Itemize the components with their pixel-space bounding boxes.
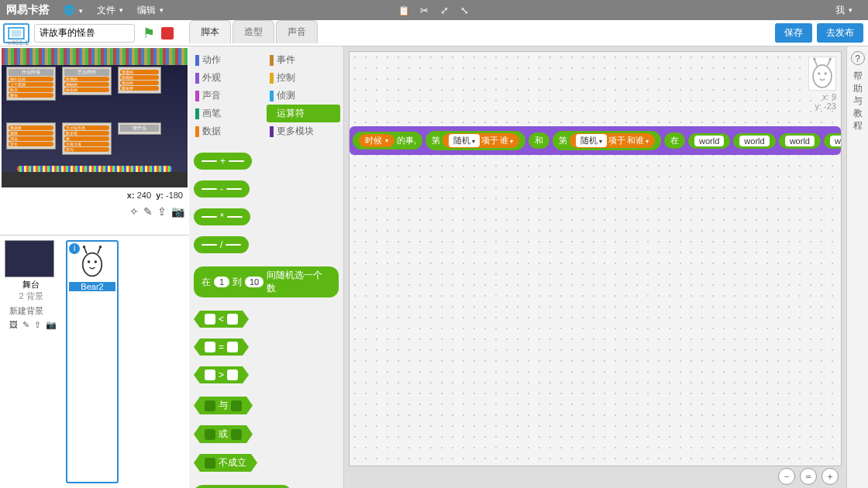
block-not[interactable]: 不成立	[194, 454, 257, 472]
block-add[interactable]: +	[194, 153, 252, 170]
cat-operators[interactable]: 运算符	[267, 105, 341, 122]
cat-sound[interactable]: 声音	[192, 87, 267, 105]
new-backdrop-section: 新建背景 🖼 ✎ ⇪ 📷	[5, 302, 61, 333]
svg-rect-1	[12, 29, 21, 36]
svg-point-15	[829, 58, 832, 60]
assembled-script[interactable]: 时候 的事, 第 随机项于谁 和 第 随机项于和谁 在 world world	[350, 126, 841, 155]
backdrop-camera-icon[interactable]: 📷	[46, 320, 57, 330]
toolbar-row: v461.1 ⚑ 保存 去发布	[0, 20, 868, 46]
stamp-icon[interactable]: 📋	[398, 4, 410, 16]
sprite-info-icon[interactable]: i	[69, 243, 80, 254]
globe-icon: 🌐	[64, 5, 75, 15]
block-join[interactable]: 连接helloworld	[194, 485, 291, 488]
block-eq[interactable]: =	[194, 339, 249, 356]
stage-thumbnail[interactable]: 舞台 2 背景	[5, 240, 57, 302]
shrink-icon[interactable]: ⤡	[458, 4, 470, 16]
cat-more[interactable]: 更多模块	[267, 122, 341, 140]
backdrop-paint-icon[interactable]: ✎	[22, 320, 29, 330]
version-label: v461.1	[8, 39, 29, 46]
block-or[interactable]: 或	[194, 425, 253, 443]
cat-pen[interactable]: 画笔	[192, 105, 267, 122]
backdrop-library-icon[interactable]: 🖼	[9, 320, 18, 330]
grow-icon[interactable]: ⤢	[438, 4, 450, 16]
left-panel: 什么时候很久以前上个星期昨天爱你 怎么样的饥饿的勇敢的快乐的 害羞的吵闹的友好的…	[0, 46, 189, 488]
script-canvas[interactable]: x: 9 y: -23 时候 的事, 第 随机项于谁 和 第 随	[349, 51, 842, 466]
block-sub[interactable]: -	[194, 180, 250, 198]
edit-menu[interactable]: 编辑	[133, 2, 168, 19]
new-sprite-upload-icon[interactable]: ⇪	[157, 205, 167, 218]
save-button[interactable]: 保存	[775, 23, 812, 43]
cat-data[interactable]: 数据	[192, 122, 267, 140]
tab-scripts[interactable]: 脚本	[189, 20, 231, 43]
svg-point-10	[818, 72, 820, 74]
top-menu-bar: 网易卡搭 🌐 文件 编辑 📋 ✂ ⤢ ⤡ 我	[0, 0, 868, 20]
block-div[interactable]: /	[194, 236, 249, 253]
cat-motion[interactable]: 动作	[192, 51, 267, 69]
stage-coords: x: 240 y: -180	[0, 189, 189, 201]
help-label: 帮助与教程	[847, 70, 868, 132]
project-name-input[interactable]	[34, 24, 135, 43]
script-canvas-area: x: 9 y: -23 时候 的事, 第 随机项于谁 和 第 随	[344, 46, 846, 488]
new-sprite-paint-icon[interactable]: ✎	[143, 205, 153, 218]
svg-point-14	[813, 58, 815, 60]
cut-icon[interactable]: ✂	[418, 4, 430, 16]
block-random[interactable]: 在1到10间随机选一个数	[194, 266, 339, 297]
globe-menu[interactable]: 🌐	[59, 3, 88, 17]
block-lt[interactable]: <	[194, 311, 249, 328]
svg-point-11	[825, 72, 827, 74]
file-menu[interactable]: 文件	[92, 2, 128, 19]
svg-point-9	[813, 65, 832, 88]
backdrop-upload-icon[interactable]: ⇪	[34, 320, 41, 330]
svg-point-3	[88, 260, 91, 263]
cat-looks[interactable]: 外观	[192, 69, 267, 87]
cat-sensing[interactable]: 侦测	[267, 87, 341, 105]
block-categories: 动作 外观 声音 画笔 数据 事件 控制 侦测 运算符 更多模块	[189, 46, 343, 148]
sprite-thumbnail-bear2[interactable]: i Bear2	[66, 240, 119, 483]
green-flag-button[interactable]: ⚑	[143, 25, 155, 42]
block-gt[interactable]: >	[194, 366, 249, 383]
sprite-list: 舞台 2 背景 新建背景 🖼 ✎ ⇪ 📷 i Bear2	[0, 235, 189, 488]
block-mul[interactable]: *	[194, 208, 250, 225]
block-and[interactable]: 与	[194, 397, 253, 414]
sprite-position-display: x: 9 y: -23	[808, 57, 836, 111]
cat-events[interactable]: 事件	[267, 51, 341, 69]
stage-preview[interactable]: 什么时候很久以前上个星期昨天爱你 怎么样的饥饿的勇敢的快乐的 害羞的吵闹的友好的…	[2, 48, 188, 187]
zoom-out-button[interactable]: －	[778, 468, 795, 485]
svg-point-7	[83, 246, 86, 249]
tab-costumes[interactable]: 造型	[232, 20, 274, 43]
help-icon[interactable]: ?	[851, 51, 865, 65]
app-logo: 网易卡搭	[6, 3, 50, 17]
new-sprite-library-icon[interactable]: ✧	[129, 205, 139, 218]
svg-point-4	[95, 260, 98, 263]
stop-button[interactable]	[161, 27, 174, 40]
svg-point-8	[99, 246, 102, 249]
me-menu[interactable]: 我	[831, 2, 857, 19]
publish-button[interactable]: 去发布	[817, 23, 863, 43]
new-sprite-camera-icon[interactable]: 📷	[171, 205, 184, 218]
blocks-panel: 脚本 造型 声音 动作 外观 声音 画笔 数据 事件 控制 侦测 运算符 更多模…	[189, 46, 344, 488]
cat-control[interactable]: 控制	[267, 69, 341, 87]
svg-point-2	[83, 253, 102, 277]
zoom-in-button[interactable]: ＋	[822, 468, 839, 485]
zoom-reset-button[interactable]: ＝	[800, 468, 817, 485]
block-palette: + - * / 在1到10间随机选一个数 < = > 与 或 不成立 连接hel…	[189, 148, 343, 488]
tab-sounds[interactable]: 声音	[276, 20, 318, 43]
help-sidebar[interactable]: ? 帮助与教程	[846, 46, 868, 488]
